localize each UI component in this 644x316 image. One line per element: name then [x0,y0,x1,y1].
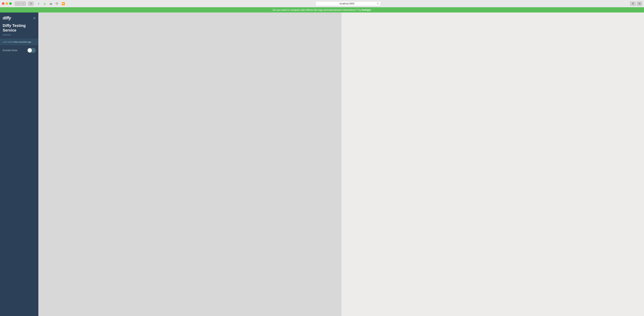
forward-button[interactable]: › [20,2,26,6]
main-content [38,13,644,316]
last-reset-info: Last reset a few seconds ago [0,39,38,45]
share-icon: ⬆ [632,2,634,5]
sidebar-icon: ⊟ [30,2,32,5]
window-icon: ⧉ [639,2,640,5]
app-layout: diffy ⚙ Diffy Testing Service unknown La… [0,13,644,316]
left-panel [38,13,342,316]
right-panel [342,13,644,316]
exclude-noise-toggle[interactable] [27,48,36,53]
sidebar-toggle-button[interactable]: ⊟ [28,2,34,6]
sidebar-header: diffy ⚙ [0,13,38,23]
url-display: localhost:3000 [317,2,377,5]
back-button[interactable]: ‹ [15,2,20,6]
minimize-button[interactable] [6,2,8,5]
toolbar-icons: ℹ ◎ 🗂 🛡 ⏩ [36,2,66,6]
last-reset-prefix: Last reset [3,41,12,43]
close-button[interactable] [2,2,4,5]
share-button[interactable]: ⬆ [630,2,636,6]
sidebar-logo: diffy [3,16,11,21]
banner-text-before: Do you want to compare side effects like… [273,9,362,11]
titlebar: ‹ › ⊟ ℹ ◎ 🗂 🛡 ⏩ localhost:3000 ↻ ⬆ ⧉ [0,0,644,7]
titlebar-right: ⬆ ⧉ [630,2,642,6]
traffic-lights [2,2,12,5]
service-name-line1: Diffy Testing [3,23,36,28]
gear-icon[interactable]: ⚙ [33,16,36,20]
browser-content: Do you want to compare side effects like… [0,7,644,316]
last-reset-time: a few seconds ago [12,41,31,43]
radio-icon[interactable]: ◎ [42,2,48,6]
banner-text-after: ! [370,9,371,11]
promo-banner: Do you want to compare side effects like… [0,7,644,13]
sidebar: diffy ⚙ Diffy Testing Service unknown La… [0,13,38,316]
service-subtitle: unknown [0,33,38,39]
nav-buttons: ‹ › [15,2,26,6]
address-bar[interactable]: localhost:3000 ↻ [316,1,381,6]
forward-icon: › [23,2,24,5]
runner-icon[interactable]: ⏩ [60,2,66,6]
isotope-link[interactable]: Isotope [362,9,370,11]
back-icon: ‹ [17,2,18,5]
service-name-line2: Service [3,28,36,33]
maximize-button[interactable] [9,2,12,5]
service-name: Diffy Testing Service [0,23,38,33]
pocket-icon[interactable]: 🗂 [48,2,54,6]
address-bar-container: localhost:3000 ↻ [67,1,629,6]
window-button[interactable]: ⧉ [637,2,642,6]
toggle-knob [28,48,32,53]
exclude-noise-label: Exclude Noise [3,49,18,52]
info-icon[interactable]: ℹ [36,2,41,6]
reload-icon[interactable]: ↻ [377,2,379,5]
exclude-noise-row: Exclude Noise [0,45,38,56]
shield-icon[interactable]: 🛡 [54,2,60,6]
